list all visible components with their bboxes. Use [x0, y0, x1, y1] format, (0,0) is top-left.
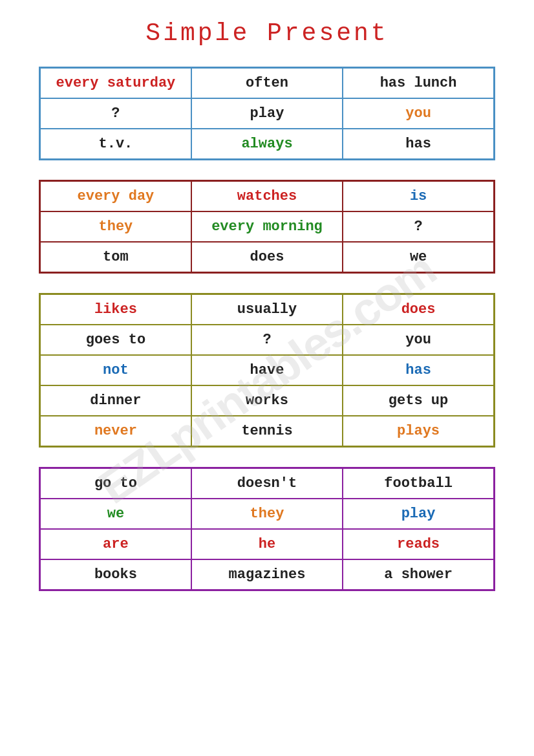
table-cell: gets up — [343, 385, 494, 416]
table-cell: play — [343, 499, 494, 529]
table-cell: are — [40, 529, 191, 559]
table-1: every saturdayoftenhas lunch?playyout.v.… — [39, 67, 495, 160]
table-cell: does — [191, 242, 343, 273]
table-cell: works — [191, 385, 343, 416]
table-cell: watches — [191, 181, 343, 212]
table-cell: a shower — [343, 559, 494, 590]
table-cell: never — [40, 416, 191, 447]
table-cell: reads — [343, 529, 494, 559]
page-title: Simple Present — [39, 19, 495, 47]
table-cell: not — [40, 355, 191, 385]
table-cell: play — [191, 98, 343, 129]
table-cell: football — [343, 468, 494, 499]
table-cell: plays — [343, 416, 494, 447]
table-3: likesusuallydoesgoes to?younothavehasdin… — [39, 293, 495, 448]
table-cell: is — [343, 181, 494, 212]
table-cell: you — [343, 98, 494, 129]
table-cell: we — [40, 499, 191, 529]
table-cell: every morning — [191, 211, 343, 242]
table-cell: we — [343, 242, 494, 273]
table-cell: magazines — [191, 559, 343, 590]
table-cell: goes to — [40, 325, 191, 355]
table-cell: ? — [191, 325, 343, 355]
table-cell: has — [343, 355, 494, 385]
table-4: go todoesn'tfootballwetheyplayarehereads… — [39, 467, 495, 591]
table-cell: dinner — [40, 385, 191, 416]
table-cell: likes — [40, 294, 191, 325]
table-cell: always — [191, 129, 343, 160]
table-cell: they — [191, 499, 343, 529]
table-cell: often — [191, 68, 343, 99]
table-cell: has — [343, 129, 494, 160]
table-cell: does — [343, 294, 494, 325]
table-cell: every day — [40, 181, 191, 212]
table-cell: every saturday — [40, 68, 191, 99]
table-cell: tennis — [191, 416, 343, 447]
table-cell: usually — [191, 294, 343, 325]
table-cell: books — [40, 559, 191, 590]
table-cell: he — [191, 529, 343, 559]
table-cell: has lunch — [343, 68, 494, 99]
table-cell: ? — [40, 98, 191, 129]
table-cell: t.v. — [40, 129, 191, 160]
table-cell: tom — [40, 242, 191, 273]
table-cell: ? — [343, 211, 494, 242]
table-cell: have — [191, 355, 343, 385]
table-cell: they — [40, 211, 191, 242]
table-cell: doesn't — [191, 468, 343, 499]
table-2: every daywatchesistheyevery morning?tomd… — [39, 180, 495, 274]
table-cell: you — [343, 325, 494, 355]
table-cell: go to — [40, 468, 191, 499]
